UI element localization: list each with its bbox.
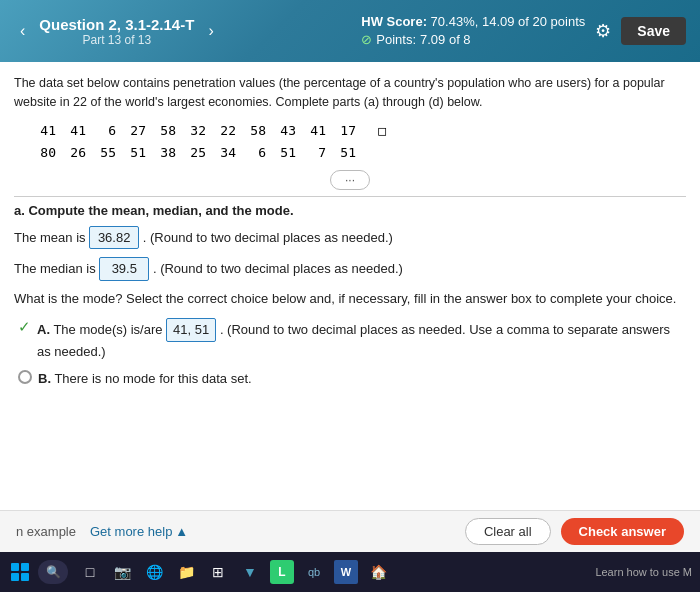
data-val: 51 — [124, 142, 146, 164]
save-button[interactable]: Save — [621, 17, 686, 45]
data-val: 26 — [64, 142, 86, 164]
data-val: 43 — [274, 120, 296, 142]
data-val: 58 — [244, 120, 266, 142]
main-content: The data set below contains penetration … — [0, 62, 700, 510]
question-title: Question 2, 3.1-2.14-T — [39, 16, 194, 33]
data-val: 41 — [304, 120, 326, 142]
data-val: 32 — [184, 120, 206, 142]
gear-icon[interactable]: ⚙ — [595, 20, 611, 42]
data-val: 80 — [34, 142, 56, 164]
problem-description: The data set below contains penetration … — [14, 74, 686, 112]
help-arrow-icon: ▲ — [175, 524, 188, 539]
taskbar-l-icon[interactable]: L — [270, 560, 294, 584]
taskbar-search-icon[interactable]: 🔍 — [38, 560, 68, 584]
mean-answer-box[interactable]: 36.82 — [89, 226, 139, 250]
part-a-label: a. Compute the mean, median, and the mod… — [14, 203, 686, 218]
taskbar-camera-icon[interactable]: 📷 — [110, 560, 134, 584]
median-answer-box[interactable]: 39.5 — [99, 257, 149, 281]
taskbar-home-icon[interactable]: 🏠 — [366, 560, 390, 584]
data-val: 38 — [154, 142, 176, 164]
choice-b-text: B. There is no mode for this data set. — [38, 369, 252, 389]
header-left: ‹ Question 2, 3.1-2.14-T Part 13 of 13 › — [14, 16, 220, 47]
hw-score-label: HW Score: — [361, 14, 427, 29]
taskbar-folder-icon[interactable]: 📁 — [174, 560, 198, 584]
data-expand-icon[interactable]: □ — [364, 120, 386, 142]
taskbar-qb-icon[interactable]: qb — [302, 560, 326, 584]
data-val: 7 — [304, 142, 326, 164]
data-row-2: 80 26 55 51 38 25 34 6 51 7 51 — [34, 142, 686, 164]
bottom-right: Clear all Check answer — [465, 518, 684, 545]
data-table: 41 41 6 27 58 32 22 58 43 41 17 □ 80 26 … — [34, 120, 686, 164]
bottom-bar: n example Get more help ▲ Clear all Chec… — [0, 510, 700, 552]
points-value: 7.09 of 8 — [420, 31, 471, 49]
expand-button-row: ··· — [14, 170, 686, 190]
data-val: 51 — [334, 142, 356, 164]
points-label: Points: — [376, 31, 416, 49]
median-suffix: . (Round to two decimal places as needed… — [153, 261, 403, 276]
header-right: HW Score: 70.43%, 14.09 of 20 points ⊘ P… — [361, 13, 686, 49]
question-subtitle: Part 13 of 13 — [39, 33, 194, 47]
choice-b-item[interactable]: B. There is no mode for this data set. — [18, 369, 686, 389]
divider — [14, 196, 686, 197]
data-val: 51 — [274, 142, 296, 164]
choice-b-label: B. — [38, 371, 51, 386]
data-val: 17 — [334, 120, 356, 142]
mean-answer-line: The mean is 36.82 . (Round to two decima… — [14, 226, 686, 250]
windows-icon[interactable] — [8, 560, 32, 584]
points-icon: ⊘ — [361, 31, 372, 49]
taskbar-word-icon[interactable]: W — [334, 560, 358, 584]
taskbar-right: Learn how to use M — [595, 566, 692, 578]
taskbar-files-icon[interactable]: □ — [78, 560, 102, 584]
choice-list: ✓ A. The mode(s) is/are 41, 51 . (Round … — [18, 318, 686, 389]
hw-score-value: 70.43%, 14.09 of 20 points — [431, 14, 586, 29]
example-label: n example — [16, 524, 76, 539]
median-answer-line: The median is 39.5 . (Round to two decim… — [14, 257, 686, 281]
question-info: Question 2, 3.1-2.14-T Part 13 of 13 — [39, 16, 194, 47]
data-val: 22 — [214, 120, 236, 142]
choice-a-text: A. The mode(s) is/are 41, 51 . (Round to… — [37, 318, 686, 361]
data-val: 41 — [34, 120, 56, 142]
choice-a-answer-box[interactable]: 41, 51 — [166, 318, 216, 342]
choice-a-item: ✓ A. The mode(s) is/are 41, 51 . (Round … — [18, 318, 686, 361]
mean-suffix: . (Round to two decimal places as needed… — [143, 230, 393, 245]
taskbar-grid-icon[interactable]: ⊞ — [206, 560, 230, 584]
data-val: 41 — [64, 120, 86, 142]
back-arrow[interactable]: ‹ — [14, 20, 31, 42]
data-val: 58 — [154, 120, 176, 142]
taskbar: 🔍 □ 📷 🌐 📁 ⊞ ▼ L qb W 🏠 Learn how to use … — [0, 552, 700, 592]
mode-question: What is the mode? Select the correct cho… — [14, 289, 686, 309]
data-val: 6 — [94, 120, 116, 142]
data-val: 25 — [184, 142, 206, 164]
help-label: Get more help — [90, 524, 172, 539]
clear-all-button[interactable]: Clear all — [465, 518, 551, 545]
data-val: 55 — [94, 142, 116, 164]
bottom-left: n example Get more help ▲ — [16, 524, 188, 539]
taskbar-browser-icon[interactable]: 🌐 — [142, 560, 166, 584]
data-val: 27 — [124, 120, 146, 142]
data-val: 34 — [214, 142, 236, 164]
choice-b-radio[interactable] — [18, 370, 32, 384]
taskbar-arrow-icon[interactable]: ▼ — [238, 560, 262, 584]
mean-prefix: The mean is — [14, 230, 86, 245]
data-val: 6 — [244, 142, 266, 164]
data-row-1: 41 41 6 27 58 32 22 58 43 41 17 □ — [34, 120, 686, 142]
choice-a-prefix: The mode(s) is/are — [53, 322, 162, 337]
header: ‹ Question 2, 3.1-2.14-T Part 13 of 13 ›… — [0, 0, 700, 62]
choice-b-desc: There is no mode for this data set. — [54, 371, 251, 386]
taskbar-learn-text: Learn how to use M — [595, 566, 692, 578]
choice-a-label: A. — [37, 322, 50, 337]
taskbar-icons: □ 📷 🌐 📁 ⊞ ▼ L qb W 🏠 — [78, 560, 390, 584]
forward-arrow[interactable]: › — [202, 20, 219, 42]
checkmark-icon: ✓ — [18, 318, 31, 336]
median-prefix: The median is — [14, 261, 96, 276]
expand-button[interactable]: ··· — [330, 170, 370, 190]
hw-score-info: HW Score: 70.43%, 14.09 of 20 points ⊘ P… — [361, 13, 585, 49]
help-link[interactable]: Get more help ▲ — [90, 524, 188, 539]
check-answer-button[interactable]: Check answer — [561, 518, 684, 545]
